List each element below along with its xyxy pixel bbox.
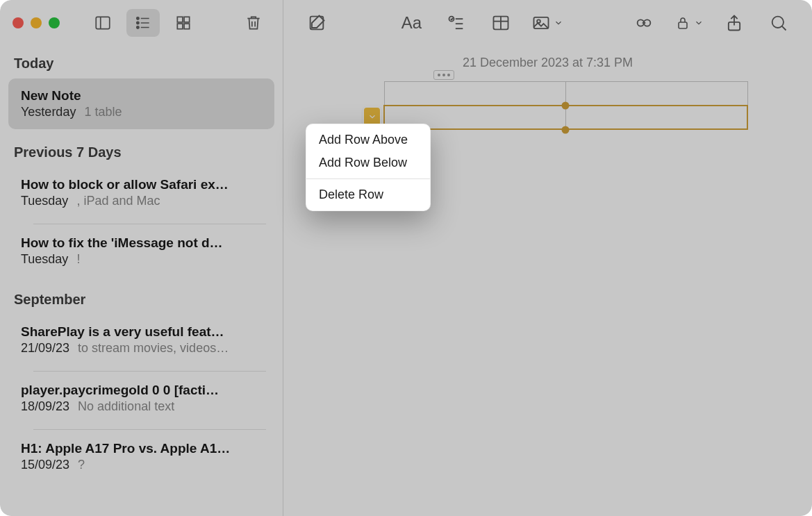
note-content[interactable]: 21 December 2023 at 7:31 PM (283, 46, 812, 516)
section-label: Today (0, 46, 283, 78)
note-title: H1: Apple A17 Pro vs. Apple A1… (21, 441, 262, 456)
trash-icon (245, 14, 263, 32)
note-item[interactable]: H1: Apple A17 Pro vs. Apple A1… 15/09/23… (8, 431, 274, 482)
svg-rect-9 (184, 17, 190, 22)
svg-rect-8 (177, 17, 183, 22)
section-label: September (0, 282, 283, 315)
search-button[interactable] (765, 9, 793, 37)
format-button[interactable]: Aa (398, 9, 426, 37)
note-title: How to fix the 'iMessage not d… (21, 235, 262, 251)
notes-list[interactable]: Today New Note Yesterday1 table Previous… (0, 46, 283, 516)
delete-note-button[interactable] (237, 9, 270, 37)
share-button[interactable] (720, 9, 748, 37)
table-button[interactable] (487, 9, 515, 37)
checklist-icon (447, 13, 466, 33)
note-title: SharePlay is a very useful feat… (21, 324, 262, 340)
chevron-down-icon (694, 18, 704, 28)
media-button[interactable] (531, 13, 563, 33)
grid-icon (174, 14, 192, 32)
note-item[interactable]: New Note Yesterday1 table (8, 78, 274, 129)
note-date: 21/09/23 (21, 341, 69, 356)
chevron-down-icon (367, 112, 377, 122)
menu-divider (306, 178, 430, 179)
table-widget[interactable] (383, 81, 770, 130)
selection-handle[interactable] (562, 126, 570, 134)
sidebar-toolbar (0, 0, 283, 46)
link-icon (634, 13, 654, 33)
sidebar-icon (94, 14, 112, 32)
divider (33, 224, 266, 224)
note-preview: ! (76, 252, 80, 267)
svg-point-2 (137, 17, 139, 19)
note-item[interactable]: How to block or allow Safari ex… Tuesday… (8, 167, 274, 218)
note-preview: No additional text (78, 399, 174, 414)
note-date: 15/09/23 (21, 458, 69, 472)
section-label: Previous 7 Days (0, 135, 283, 167)
note-date: Yesterday (21, 105, 76, 119)
share-icon (724, 13, 744, 33)
note-item[interactable]: How to fix the 'iMessage not d… Tuesday! (8, 226, 274, 276)
note-date: 18/09/23 (21, 399, 69, 414)
grid-view-button[interactable] (167, 9, 200, 37)
main-toolbar: Aa (283, 0, 812, 46)
note-item[interactable]: player.paycrimegold 0 0 [facti… 18/09/23… (8, 373, 274, 424)
note-date: Tuesday (21, 252, 68, 267)
close-window-button[interactable] (13, 17, 24, 28)
note-title: How to block or allow Safari ex… (21, 177, 262, 192)
selection-handle[interactable] (562, 102, 570, 110)
note-preview: to stream movies, videos… (78, 341, 229, 356)
window-controls (13, 17, 60, 28)
row-context-menu: Add Row Above Add Row Below Delete Row (306, 124, 431, 211)
svg-rect-27 (679, 22, 687, 28)
divider (33, 371, 266, 372)
lock-icon (674, 15, 691, 31)
link-button[interactable] (630, 9, 658, 37)
note-preview: ? (78, 458, 85, 472)
note-item[interactable]: SharePlay is a very useful feat… 21/09/2… (8, 315, 274, 365)
list-icon (134, 14, 152, 32)
note-title: player.paycrimegold 0 0 [facti… (21, 383, 262, 398)
note-timestamp: 21 December 2023 at 7:31 PM (325, 56, 770, 70)
search-icon (769, 13, 788, 33)
lock-button[interactable] (674, 15, 704, 31)
menu-item-add-row-above[interactable]: Add Row Above (306, 128, 430, 151)
svg-point-29 (772, 17, 784, 28)
svg-point-4 (137, 22, 139, 24)
note-preview: , iPad and Mac (76, 194, 160, 208)
photo-icon (531, 13, 551, 33)
new-note-button[interactable] (303, 9, 331, 37)
menu-item-delete-row[interactable]: Delete Row (306, 183, 430, 206)
sidebar: Today New Note Yesterday1 table Previous… (0, 0, 283, 516)
note-date: Tuesday (21, 194, 68, 208)
note-preview: 1 table (84, 105, 122, 119)
svg-rect-11 (184, 24, 190, 29)
minimize-window-button[interactable] (31, 17, 42, 28)
compose-icon (307, 13, 326, 33)
fullscreen-window-button[interactable] (49, 17, 60, 28)
chevron-down-icon (554, 18, 563, 28)
checklist-button[interactable] (442, 9, 470, 37)
sidebar-toggle-button[interactable] (86, 9, 119, 37)
menu-item-add-row-below[interactable]: Add Row Below (306, 151, 430, 174)
svg-point-6 (137, 26, 139, 28)
table-icon (491, 13, 511, 33)
svg-rect-10 (177, 24, 183, 29)
column-options-button[interactable] (433, 70, 454, 80)
note-title: New Note (21, 88, 262, 103)
divider (33, 429, 266, 430)
svg-line-30 (782, 26, 786, 31)
main-panel: Aa (283, 0, 812, 516)
app-window: Today New Note Yesterday1 table Previous… (0, 0, 812, 516)
list-view-button[interactable] (126, 9, 160, 37)
svg-rect-0 (96, 17, 110, 28)
